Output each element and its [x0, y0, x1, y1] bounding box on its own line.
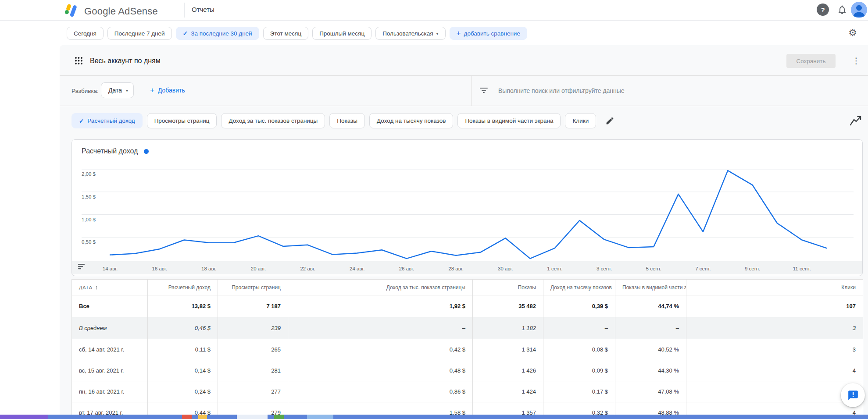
divider [60, 106, 868, 106]
page-title: Весь аккаунт по дням [90, 57, 161, 65]
x-tick-label: 14 авг. [103, 266, 118, 271]
help-button[interactable]: ? [817, 4, 829, 16]
table-cell: 107 [686, 295, 863, 317]
column-header-3[interactable]: Доход за тыс. показов страницы [288, 280, 473, 295]
table-cell: – [615, 317, 686, 339]
x-tick-label: 20 авг. [251, 266, 266, 271]
table-cell: В среднем [72, 317, 148, 339]
nav-divider [184, 3, 185, 18]
table-cell: 4 [686, 381, 863, 402]
x-tick-label: 26 авг. [399, 266, 414, 271]
person-icon [851, 2, 867, 18]
axis-menu-icon [78, 268, 81, 269]
metric-chip-impressions[interactable]: Показы [329, 113, 365, 128]
table-cell: 1 314 [473, 339, 543, 360]
table-cell: 0,39 $ [543, 295, 615, 317]
search-input[interactable] [498, 84, 805, 98]
feedback-icon [847, 390, 859, 401]
report-table: ДАТА↑Расчетный доходПросмотры страницДох… [71, 279, 863, 419]
table-cell: 1 182 [473, 317, 543, 339]
table-cell: 1 426 [473, 360, 543, 381]
table-cell: вс, 15 авг. 2021 г. [72, 360, 148, 381]
chart-card: Расчетный доход 2,00 $1,50 $1,00 $0,50 $… [71, 139, 863, 276]
taskbar-segment [237, 415, 268, 419]
date-filter-last-30-days[interactable]: ✓За последние 30 дней [176, 27, 259, 40]
edit-metrics-button[interactable] [603, 114, 616, 128]
gear-icon: ⚙ [848, 27, 857, 39]
metric-chip-impression-rpm[interactable]: Доход на тысячу показов [369, 113, 453, 128]
table-row-total: Все13,82 $7 1871,92 $35 4820,39 $44,74 %… [72, 295, 863, 317]
report-title-row: Весь аккаунт по дням Сохранить ⋮ [60, 45, 868, 75]
sort-ascending-icon: ↑ [95, 284, 98, 291]
adsense-logo-icon [63, 3, 79, 20]
x-tick-label: 3 сент. [597, 266, 612, 271]
table-cell: – [543, 317, 615, 339]
toggle-chart-button[interactable] [849, 115, 862, 127]
axis-menu-icon [78, 264, 85, 265]
table-cell: 0,48 $ [288, 360, 473, 381]
axis-menu-icon [78, 266, 83, 267]
date-filter-today[interactable]: Сегодня [67, 27, 104, 40]
tab-reports[interactable]: Отчеты [192, 6, 214, 13]
column-header-5[interactable]: Доход на тысячу показов [543, 280, 615, 295]
table-cell: 265 [218, 339, 288, 360]
add-breakdown-button[interactable]: +Добавить [150, 86, 185, 95]
settings-button[interactable]: ⚙ [847, 27, 859, 39]
save-button[interactable]: Сохранить [786, 54, 836, 68]
metric-chip-active-view[interactable]: Показы в видимой части экрана [457, 113, 561, 128]
adsense-reports-page: Google AdSense Отчеты ? Сегодня Последни… [0, 0, 868, 419]
chart-title: Расчетный доход [82, 147, 138, 155]
column-header-date[interactable]: ДАТА↑ [72, 280, 148, 295]
table-row-average: В среднем0,46 $239–1 182––3 [72, 317, 863, 339]
check-icon: ✓ [183, 30, 188, 37]
taskbar-segment [0, 415, 48, 419]
table-cell: Все [72, 295, 148, 317]
avatar[interactable] [851, 2, 867, 18]
table-cell: 0,08 $ [543, 339, 615, 360]
y-tick-label: 0,50 $ [82, 239, 96, 245]
drag-grid-icon [75, 57, 83, 67]
notifications-button[interactable] [837, 4, 847, 15]
x-tick-label: 5 сент. [646, 266, 661, 271]
divider [472, 76, 472, 106]
column-header-6[interactable]: Показы в видимой части экрана [615, 280, 686, 295]
plus-icon: + [150, 86, 154, 95]
table-cell: 3 [686, 339, 863, 360]
metric-chip-estimated-earnings[interactable]: ✓Расчетный доход [71, 113, 143, 128]
bell-icon [837, 4, 847, 15]
table-header-row: ДАТА↑Расчетный доходПросмотры страницДох… [72, 280, 863, 295]
column-header-2[interactable]: Просмотры страниц [218, 280, 288, 295]
chevron-down-icon: ▾ [436, 31, 439, 36]
date-filter-this-month[interactable]: Этот месяц [263, 27, 308, 40]
x-tick-label: 7 сент. [695, 266, 711, 271]
metric-chip-clicks[interactable]: Клики [565, 113, 596, 128]
add-comparison-button[interactable]: +добавить сравнение [450, 27, 527, 40]
table-cell: 40,52 % [615, 339, 686, 360]
table-cell: 35 482 [473, 295, 543, 317]
breakdown-label: Разбивка: [71, 88, 99, 94]
table-cell: 0,46 $ [148, 317, 218, 339]
product-name: Google AdSense [84, 6, 158, 17]
x-tick-label: 16 авг. [152, 266, 167, 271]
line-chart[interactable]: 2,00 $1,50 $1,00 $0,50 $14 авг.16 авг.18… [72, 156, 863, 276]
column-header-4[interactable]: Показы [473, 280, 543, 295]
table-cell: сб, 14 авг. 2021 г. [72, 339, 148, 360]
column-header-1[interactable]: Расчетный доход [148, 280, 218, 295]
taskbar-segment [274, 415, 284, 419]
more-options-button[interactable]: ⋮ [852, 55, 861, 67]
table-cell: 47,08 % [615, 381, 686, 402]
dimension-select[interactable]: Дата▾ [101, 82, 134, 98]
metric-chip-page-views[interactable]: Просмотры страниц [147, 113, 217, 128]
taskbar-segment [182, 415, 192, 419]
table-cell: 239 [218, 317, 288, 339]
column-header-7[interactable]: Клики [686, 280, 863, 295]
date-filter-custom[interactable]: Пользовательская▾ [375, 27, 445, 40]
date-filter-last-month[interactable]: Прошлый месяц [312, 27, 371, 40]
metric-chip-page-rpm[interactable]: Доход за тыс. показов страницы [221, 113, 325, 128]
table-cell: 3 [686, 317, 863, 339]
table-cell: 7 187 [218, 295, 288, 317]
feedback-button[interactable] [841, 383, 865, 407]
table-cell: 0,09 $ [543, 360, 615, 381]
date-filter-last-7-days[interactable]: Последние 7 дней [107, 27, 172, 40]
line-chart-icon [849, 115, 862, 127]
